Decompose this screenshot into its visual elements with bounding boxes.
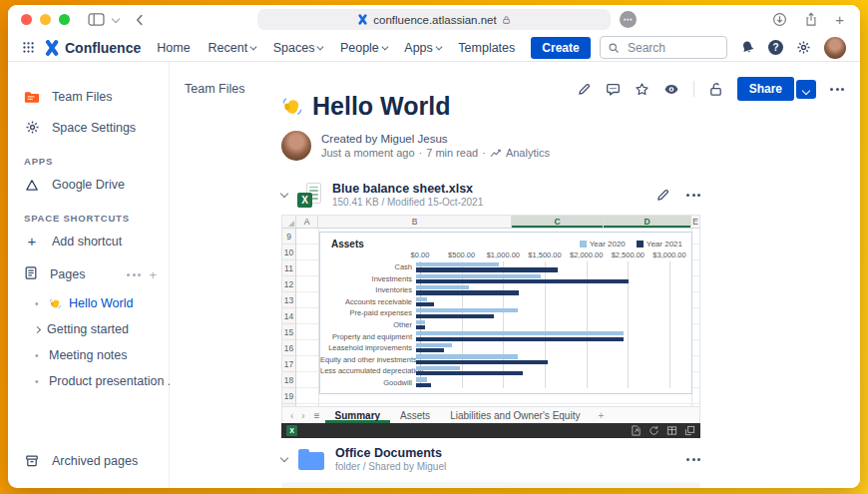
nav-item-recent[interactable]: Recent [209,41,255,55]
nav-item-home[interactable]: Home [157,41,190,55]
folder-name[interactable]: Office Documents [335,446,446,460]
chart-title: Assets [331,239,364,249]
table-icon[interactable] [666,425,677,436]
sheet-tab-assets[interactable]: Assets [390,407,440,423]
search-box[interactable] [600,36,727,59]
collapse-chevron-icon[interactable] [280,189,288,197]
confluence-logo[interactable]: Confluence [44,40,141,56]
file-row[interactable]: X 34_RACI-in-Scrum.xlsx [281,482,700,488]
sidebar-item-space-settings[interactable]: Space Settings [8,112,169,143]
chart-row-pre-paid-expenses: Pre-paid expenses [320,307,691,319]
add-page-icon[interactable]: + [149,267,157,282]
search-input[interactable] [626,40,719,56]
comment-icon[interactable] [606,82,621,97]
analytics-link[interactable]: Analytics [506,147,550,159]
sidebar-page-hello-world[interactable]: • Hello World [8,290,169,316]
back-icon[interactable] [133,13,147,27]
add-sheet-icon[interactable]: + [590,410,612,421]
folder-row[interactable]: Office Documents folder / Shared by Migu… [281,438,700,480]
row-number[interactable]: 13 [282,292,296,308]
edit-pencil-icon[interactable] [655,188,670,203]
spreadsheet-preview[interactable]: ABCDE 91011121314151617181920 Assets Yea… [281,215,700,406]
unlock-icon[interactable] [708,82,723,97]
sidebar-page-getting-started[interactable]: Getting started [8,316,169,342]
row-number[interactable]: 18 [282,372,296,388]
collapse-chevron-icon[interactable] [280,453,288,461]
bar-year-2021 [416,348,444,352]
column-header-b[interactable]: B [318,216,512,228]
author-avatar[interactable] [281,131,311,161]
sheet-tab-summary[interactable]: Summary [325,407,391,423]
edit-pencil-icon[interactable] [577,82,592,97]
share-icon[interactable] [804,12,818,27]
page-tree: • Hello WorldGetting started•Meeting not… [8,290,169,394]
nav-item-spaces[interactable]: Spaces [273,41,322,55]
row-number[interactable]: 19 [282,388,296,404]
app-switcher-icon[interactable] [22,41,35,54]
bar-year-2020 [416,297,427,301]
nav-item-label: Apps [404,41,433,55]
close-window-button[interactable] [21,14,32,25]
share-button[interactable]: Share [737,77,794,101]
row-number[interactable]: 20 [282,404,296,406]
sidebar-item-pages[interactable]: Pages + [8,256,169,290]
sheet-list-icon[interactable]: ≡ [309,410,325,421]
star-icon[interactable] [635,82,650,97]
zoom-window-button[interactable] [59,14,70,25]
prev-sheet-icon[interactable]: ‹ [286,410,297,421]
notifications-bell-icon[interactable] [740,40,755,55]
downloads-icon[interactable] [772,12,787,27]
extensions-icon[interactable]: ⋯ [620,11,637,28]
nav-item-people[interactable]: People [340,41,386,55]
sidebar-item-google-drive[interactable]: Google Drive [8,170,169,200]
share-dropdown-button[interactable] [796,80,816,99]
row-number[interactable]: 11 [282,260,296,276]
help-icon[interactable]: ? [768,40,783,55]
next-sheet-icon[interactable]: › [297,410,308,421]
breadcrumb[interactable]: Team Files [185,82,244,96]
assets-chart[interactable]: Assets Year 2020Year 2021 $0.00$500.00$1… [319,232,692,394]
sidebar-item-archived-pages[interactable]: Archived pages [8,446,169,476]
sync-icon[interactable] [649,425,659,436]
file-name[interactable]: Blue balance sheet.xlsx [332,182,483,196]
column-header-e[interactable]: E [691,216,699,228]
select-all-corner[interactable] [282,216,296,228]
new-tab-icon[interactable]: + [835,12,844,27]
more-icon[interactable] [686,458,700,461]
column-header-a[interactable]: A [296,216,318,228]
column-header-d[interactable]: D [604,216,691,228]
sidebar-item-team-files[interactable]: Team Files [8,82,169,112]
user-avatar[interactable] [824,37,846,59]
address-bar[interactable]: confluence.atlassian.net [257,9,611,30]
row-number[interactable]: 9 [282,229,296,245]
sidebar-item-add-shortcut[interactable]: + Add shortcut [8,227,169,256]
settings-gear-icon[interactable] [796,40,811,55]
category-label: Cash [320,262,416,271]
row-number[interactable]: 10 [282,245,296,260]
minimize-window-button[interactable] [40,14,51,25]
sidebar-page-meeting-notes[interactable]: •Meeting notes [8,342,169,368]
sidebar-page-product-presentation[interactable]: •Product presentation ... [8,368,169,394]
chart-row-property-and-equipment: Property and equipment [320,330,691,342]
sidebar-toggle-icon[interactable] [88,13,105,26]
sheet-tab-liabilities-and-owner-s-equity[interactable]: Liabilities and Owner's Equity [440,407,590,423]
byline: Created by Miguel Jesus Just a moment ag… [281,131,700,161]
create-button[interactable]: Create [531,37,590,59]
nav-item-apps[interactable]: Apps [404,41,440,55]
row-number[interactable]: 14 [282,308,296,324]
row-number[interactable]: 15 [282,324,296,340]
axis-tick: $0.00 [411,250,430,259]
column-header-c[interactable]: C [512,216,604,228]
watch-eye-icon[interactable] [663,82,679,97]
row-number[interactable]: 17 [282,356,296,372]
more-actions-icon[interactable] [830,88,844,91]
row-number[interactable]: 12 [282,276,296,292]
chevron-down-icon[interactable] [112,14,120,22]
more-icon[interactable] [686,194,700,197]
created-by[interactable]: Created by Miguel Jesus [321,133,550,145]
popout-icon[interactable] [684,425,695,436]
row-number[interactable]: 16 [282,340,296,356]
export-icon[interactable] [631,425,642,436]
more-icon[interactable] [127,273,141,276]
nav-item-templates[interactable]: Templates [458,41,515,55]
